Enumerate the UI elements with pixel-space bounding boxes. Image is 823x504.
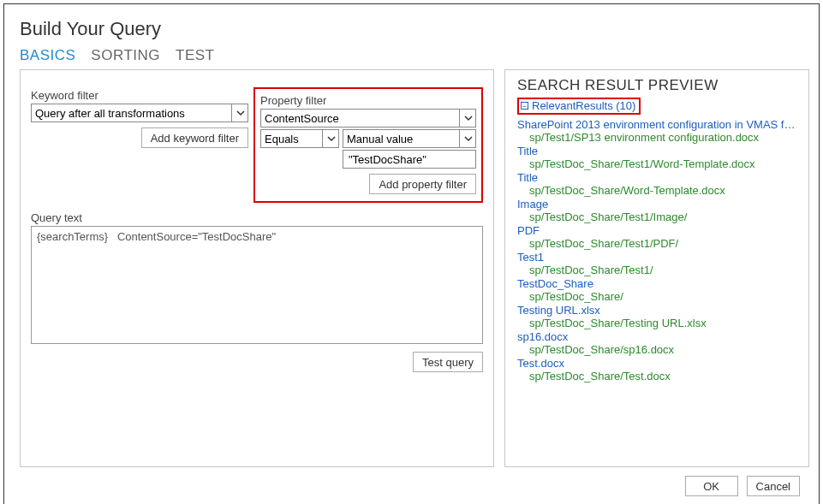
tab-sorting[interactable]: SORTING: [91, 47, 160, 64]
property-filter-highlight: Property filter: [253, 87, 483, 203]
result-title-link[interactable]: Title: [517, 145, 800, 157]
ok-button[interactable]: OK: [685, 476, 738, 496]
search-result-preview-panel: SEARCH RESULT PREVIEW − RelevantResults …: [504, 69, 809, 467]
preview-title: SEARCH RESULT PREVIEW: [517, 77, 800, 94]
results-list: SharePoint 2013 environment configuratio…: [517, 118, 800, 382]
collapse-icon: −: [521, 102, 528, 110]
result-path: sp/TestDoc_Share/Testing URL.xlsx: [517, 317, 800, 329]
query-text-label: Query text: [31, 211, 483, 224]
result-path: sp/Test1/SP13 environment configuration.…: [517, 131, 800, 144]
query-builder-dialog: Build Your Query BASICS SORTING TEST Key…: [3, 3, 820, 504]
result-item: Imagesp/TestDoc_Share/Test1/Image/: [517, 198, 800, 223]
property-filter-label: Property filter: [260, 94, 476, 107]
result-item: SharePoint 2013 environment configuratio…: [517, 118, 800, 144]
result-title-link[interactable]: PDF: [517, 224, 800, 237]
result-title-link[interactable]: Testing URL.xlsx: [517, 304, 800, 317]
query-text-input[interactable]: [31, 226, 483, 344]
result-item: TestDoc_Sharesp/TestDoc_Share/: [517, 277, 800, 303]
result-path: sp/TestDoc_Share/Word-Template.docx: [517, 184, 800, 197]
property-operator-value[interactable]: [260, 129, 339, 148]
result-title-link[interactable]: Title: [517, 171, 800, 184]
keyword-filter-section: Keyword filter Add keyword filter: [31, 89, 253, 203]
result-title-link[interactable]: Image: [517, 198, 800, 210]
property-value-mode-value[interactable]: [343, 129, 476, 148]
keyword-filter-select[interactable]: [31, 104, 248, 122]
result-path: sp/TestDoc_Share/Test1/Word-Template.doc…: [517, 157, 800, 170]
result-item: Test1sp/TestDoc_Share/Test1/: [517, 251, 800, 276]
result-path: sp/TestDoc_Share/Test1/PDF/: [517, 237, 800, 250]
property-value-mode-select[interactable]: [343, 129, 476, 148]
keyword-filter-label: Keyword filter: [31, 89, 248, 102]
result-item: Testing URL.xlsxsp/TestDoc_Share/Testing…: [517, 304, 800, 329]
cancel-button[interactable]: Cancel: [747, 476, 800, 496]
result-title-link[interactable]: Test1: [517, 251, 800, 264]
result-title-link[interactable]: sp16.docx: [517, 330, 800, 343]
tab-strip: BASICS SORTING TEST: [20, 47, 803, 64]
tab-test[interactable]: TEST: [176, 47, 214, 64]
add-keyword-filter-button[interactable]: Add keyword filter: [141, 127, 248, 148]
tab-basics[interactable]: BASICS: [20, 47, 75, 64]
result-item: Titlesp/TestDoc_Share/Word-Template.docx: [517, 171, 800, 197]
property-name-value[interactable]: [260, 109, 476, 127]
result-path: sp/TestDoc_Share/sp16.docx: [517, 343, 800, 356]
dialog-footer: OK Cancel: [20, 467, 803, 498]
add-property-filter-button[interactable]: Add property filter: [369, 174, 476, 194]
result-path: sp/TestDoc_Share/Test.docx: [517, 370, 800, 382]
property-value-input[interactable]: [343, 150, 476, 169]
result-path: sp/TestDoc_Share/: [517, 290, 800, 303]
result-path: sp/TestDoc_Share/Test1/Image/: [517, 210, 800, 223]
result-title-link[interactable]: TestDoc_Share: [517, 277, 800, 290]
result-item: sp16.docxsp/TestDoc_Share/sp16.docx: [517, 330, 800, 356]
result-item: Test.docxsp/TestDoc_Share/Test.docx: [517, 357, 800, 382]
result-item: Titlesp/TestDoc_Share/Test1/Word-Templat…: [517, 145, 800, 170]
result-item: PDFsp/TestDoc_Share/Test1/PDF/: [517, 224, 800, 250]
relevant-results-label: RelevantResults (10): [532, 99, 635, 112]
property-operator-select[interactable]: [260, 129, 339, 148]
keyword-filter-value[interactable]: [31, 104, 248, 122]
result-title-link[interactable]: SharePoint 2013 environment configuratio…: [517, 118, 800, 131]
basics-panel: Keyword filter Add keyword filter: [20, 69, 494, 467]
property-filter-section: Property filter: [253, 89, 483, 203]
dialog-title: Build Your Query: [20, 18, 803, 40]
result-path: sp/TestDoc_Share/Test1/: [517, 264, 800, 276]
test-query-button[interactable]: Test query: [413, 352, 483, 372]
relevant-results-toggle[interactable]: − RelevantResults (10): [517, 98, 641, 115]
result-title-link[interactable]: Test.docx: [517, 357, 800, 370]
property-name-select[interactable]: [260, 109, 476, 127]
